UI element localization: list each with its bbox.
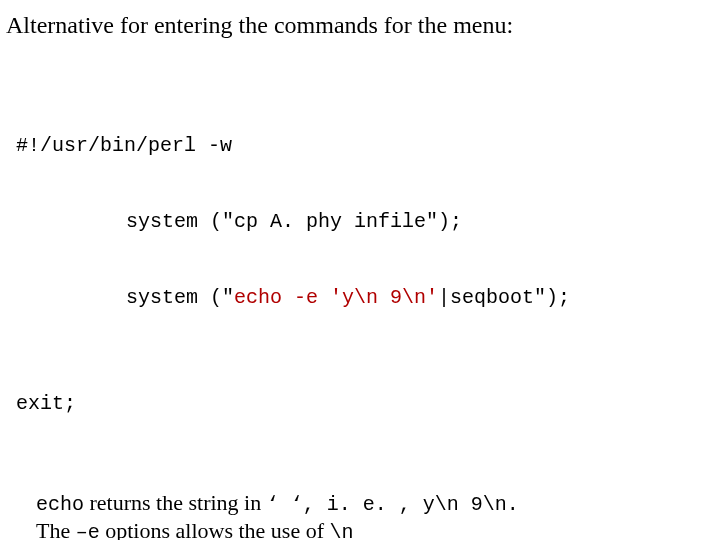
echo-command: echo -e 'y\n 9\n' <box>234 286 438 309</box>
desc-line-1: echo returns the string in ‘ ‘, i. e. , … <box>36 489 692 517</box>
code-block: #!/usr/bin/perl -w system ("cp A. phy in… <box>0 39 720 461</box>
newline-literal: \n <box>329 521 353 540</box>
quote-example: ‘ ‘, i. e. , y\n 9\n. <box>267 493 519 516</box>
code-line-shebang: #!/usr/bin/perl -w <box>16 127 704 165</box>
desc-line-2: The –e options allows the use of \n <box>36 517 692 540</box>
echo-keyword: echo <box>36 493 84 516</box>
flag-e: –e <box>76 521 100 540</box>
page-title: Alternative for entering the commands fo… <box>0 0 720 39</box>
code-line-cp: system ("cp A. phy infile"); <box>16 203 704 241</box>
description-block: echo returns the string in ‘ ‘, i. e. , … <box>0 461 720 540</box>
code-line-seqboot: system ("echo -e 'y\n 9\n'|seqboot"); <box>16 279 704 317</box>
text: returns the string in <box>84 490 267 515</box>
text: The <box>36 518 76 540</box>
code-line-exit: exit; <box>16 385 704 423</box>
code-text: system (" <box>126 286 234 309</box>
text: options allows the use of <box>100 518 330 540</box>
code-text: |seqboot"); <box>438 286 570 309</box>
